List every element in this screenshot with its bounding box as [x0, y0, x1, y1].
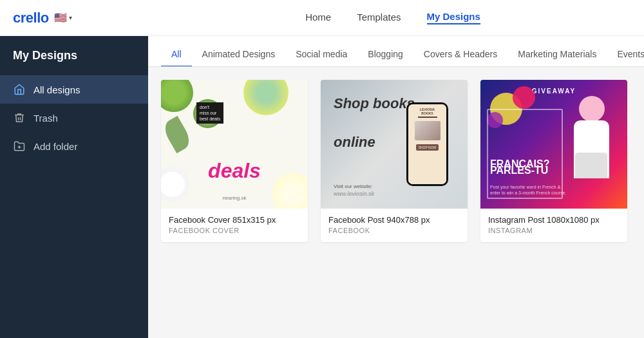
language-selector[interactable]: 🇺🇸 ▾	[54, 12, 72, 24]
person-silhouette	[566, 96, 618, 192]
card3-title: Instagram Post 1080x1080 px	[488, 215, 620, 225]
chevron-down-icon: ▾	[69, 14, 72, 21]
book-subtitle: online	[334, 135, 375, 150]
tab-social-media[interactable]: Social media	[285, 42, 357, 67]
header: crello 🇺🇸 ▾ Home Templates My Designs	[0, 0, 644, 36]
card1-bg: don'tmiss ourbest deals deals nearing.sk	[161, 80, 308, 209]
card1-info: Facebook Cover 851x315 px FACEBOOK COVER	[161, 209, 308, 242]
phone-mockup: LEVIOSIABOOKS SHOP NOW	[406, 102, 448, 186]
laptop-placeholder	[575, 153, 607, 178]
card2-title: Facebook Post 940x788 px	[328, 215, 460, 225]
logo[interactable]: crello	[13, 10, 49, 26]
flower-5	[272, 173, 308, 209]
person-head	[579, 96, 605, 122]
sidebar-title: My Designs	[0, 49, 148, 75]
nav-home[interactable]: Home	[305, 12, 331, 24]
cards-area: don'tmiss ourbest deals deals nearing.sk…	[148, 67, 644, 338]
tab-blogging[interactable]: Blogging	[357, 42, 413, 67]
sidebar-item-trash[interactable]: Trash	[0, 104, 148, 132]
card3-subtitle: INSTAGRAM	[488, 227, 620, 234]
phone-cta: SHOP NOW	[416, 144, 439, 151]
tab-marketing-materials[interactable]: Marketing Materials	[507, 42, 607, 67]
french-line2: FRANÇAIS?	[490, 158, 549, 170]
home-icon	[13, 83, 26, 96]
nav-my-designs[interactable]: My Designs	[427, 11, 480, 24]
phone-brand: LEVIOSIABOOKS	[420, 108, 435, 115]
phone-img	[415, 121, 440, 140]
flower-3	[243, 80, 289, 115]
sidebar: My Designs All designs Trash	[0, 36, 148, 338]
tabs-bar: All Animated Designs Social media Bloggi…	[148, 36, 644, 67]
card-instagram-post[interactable]: GIVEAWAY	[480, 80, 627, 242]
trash-label: Trash	[33, 113, 58, 124]
book-title: Shop books	[334, 96, 415, 111]
card1-title: Facebook Cover 851x315 px	[169, 215, 300, 225]
deals-text: deals	[208, 159, 261, 183]
giveaway-label: GIVEAWAY	[532, 88, 576, 95]
french-sub: Post your favorite word in French & ente…	[490, 184, 567, 196]
tab-events[interactable]: Events	[607, 42, 644, 67]
website-text: www.leviosin.sk	[334, 191, 374, 197]
card2-subtitle: FACEBOOK	[328, 227, 460, 234]
card2-image: Shop books online Visit our website: www…	[321, 80, 468, 209]
tab-animated-designs[interactable]: Animated Designs	[192, 42, 286, 67]
flower-1	[161, 80, 193, 112]
cards-grid: don'tmiss ourbest deals deals nearing.sk…	[161, 80, 631, 242]
tag-box: don'tmiss ourbest deals	[196, 102, 223, 124]
card3-info: Instagram Post 1080x1080 px INSTAGRAM	[480, 209, 627, 242]
main-layout: My Designs All designs Trash	[0, 36, 644, 338]
card1-image: don'tmiss ourbest deals deals nearing.sk	[161, 80, 308, 209]
main-content: All Animated Designs Social media Bloggi…	[148, 36, 644, 338]
phone-screen: LEVIOSIABOOKS SHOP NOW	[408, 104, 446, 184]
folder-icon	[13, 140, 26, 153]
card2-info: Facebook Post 940x788 px FACEBOOK	[321, 209, 468, 242]
flag-icon: 🇺🇸	[54, 12, 67, 24]
deals-sub: nearing.sk	[223, 195, 247, 201]
logo-area: crello 🇺🇸 ▾	[13, 10, 155, 26]
leaf-1	[161, 116, 193, 153]
card1-subtitle: FACEBOOK COVER	[169, 227, 300, 234]
phone-bar	[418, 117, 437, 118]
card-facebook-cover[interactable]: don'tmiss ourbest deals deals nearing.sk…	[161, 80, 308, 242]
flower-4	[161, 167, 190, 202]
all-designs-label: All designs	[33, 84, 80, 95]
sidebar-item-add-folder[interactable]: Add folder	[0, 132, 148, 160]
nav-templates[interactable]: Templates	[357, 12, 401, 24]
circle-deco-2	[513, 86, 535, 109]
trash-icon	[13, 111, 26, 124]
tab-covers-headers[interactable]: Covers & Headers	[413, 42, 507, 67]
card3-image: GIVEAWAY	[480, 80, 627, 209]
card-facebook-post[interactable]: Shop books online Visit our website: www…	[321, 80, 468, 242]
person-body	[574, 120, 609, 178]
main-nav: Home Templates My Designs	[155, 11, 631, 24]
sidebar-item-all-designs[interactable]: All designs	[0, 75, 148, 104]
card2-bg: Shop books online Visit our website: www…	[321, 80, 468, 209]
add-folder-label: Add folder	[33, 141, 77, 152]
visit-text: Visit our website:	[334, 183, 372, 189]
tab-all[interactable]: All	[161, 42, 192, 67]
card3-bg: GIVEAWAY	[480, 80, 627, 209]
